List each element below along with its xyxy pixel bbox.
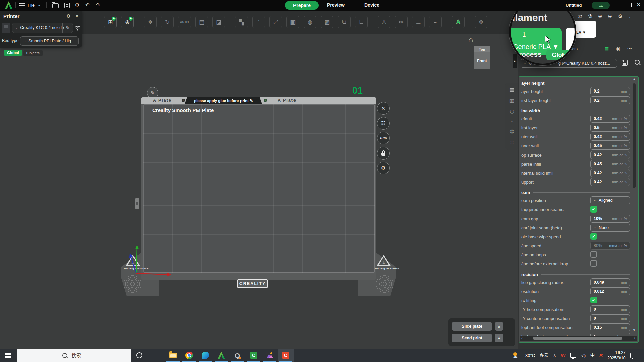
- category-cooling[interactable]: ❂: [510, 129, 514, 135]
- weather-icon[interactable]: ☁: [513, 352, 521, 358]
- save-icon[interactable]: [64, 3, 70, 8]
- file-explorer-taskbar-button[interactable]: [165, 349, 181, 362]
- recorder-app-taskbar-button[interactable]: C: [278, 349, 294, 362]
- ime-indicator[interactable]: 中: [590, 352, 595, 358]
- tab-device[interactable]: Device: [364, 2, 379, 8]
- param-checkbox[interactable]: ✓: [590, 297, 597, 303]
- param-input[interactable]: 10%mm or %: [590, 215, 630, 223]
- panel-collapse-handle[interactable]: ▸: [513, 54, 517, 68]
- add-filament-icon[interactable]: ⊕: [598, 13, 602, 19]
- q-app-taskbar-button[interactable]: Q: [229, 349, 246, 362]
- gallery-app-taskbar-button[interactable]: [262, 349, 278, 362]
- color-paint-button[interactable]: ◒: [429, 16, 442, 28]
- chrome-taskbar-button[interactable]: [181, 349, 197, 362]
- menu-icon[interactable]: [19, 3, 25, 7]
- lock-plate-button[interactable]: [377, 147, 390, 160]
- creality-print-taskbar-button[interactable]: [213, 349, 229, 362]
- cloud-upload-button[interactable]: ☁↑: [592, 2, 610, 9]
- printer-settings-icon[interactable]: ⚙: [66, 13, 71, 19]
- scroll-down-icon[interactable]: ∨: [632, 328, 636, 332]
- split-to-objects-button[interactable]: ▚: [235, 16, 248, 28]
- tab-prepare[interactable]: Prepare: [285, 1, 319, 10]
- param-input[interactable]: 0mm: [590, 314, 630, 322]
- move-button[interactable]: ✥: [144, 16, 157, 28]
- build-plate[interactable]: A Plate + please apply glue before print…: [141, 97, 376, 285]
- param-input[interactable]: 0.012mm: [590, 287, 630, 295]
- measure-button[interactable]: ∟: [355, 16, 368, 28]
- save-preset-icon[interactable]: [622, 60, 628, 66]
- settings-gear-icon[interactable]: ⚙: [75, 2, 79, 8]
- volume-icon[interactable]: ◁): [581, 353, 586, 358]
- taskbar-search[interactable]: 搜索: [17, 349, 131, 362]
- param-input[interactable]: 0.42mm or %: [590, 169, 630, 177]
- split-to-parts-button[interactable]: ⁘: [252, 16, 265, 28]
- sync-filament-icon[interactable]: ⇄: [578, 13, 582, 19]
- wifi-icon[interactable]: [74, 25, 81, 31]
- category-others[interactable]: ∷: [510, 139, 514, 145]
- horizontal-scrollbar[interactable]: ‹ ›: [520, 336, 637, 341]
- category-quality[interactable]: ☰: [509, 87, 514, 93]
- clock[interactable]: 16:27 2025/9/10: [607, 350, 625, 361]
- clone-button[interactable]: ⧉: [338, 16, 351, 28]
- slice-options-button[interactable]: ∧: [495, 322, 503, 331]
- start-button[interactable]: [5, 353, 11, 358]
- edge-browser-taskbar-button[interactable]: [197, 349, 213, 362]
- plate-tab-bar[interactable]: A Plate + please apply glue before print…: [141, 97, 376, 104]
- edit-printer-icon[interactable]: ✎: [62, 23, 73, 33]
- param-select[interactable]: ⌄None: [590, 224, 630, 232]
- search-params-icon[interactable]: [635, 60, 640, 65]
- send-options-button[interactable]: ∧: [495, 334, 503, 342]
- home-view-icon[interactable]: ⌂: [468, 35, 473, 44]
- category-strength[interactable]: ▦: [509, 98, 514, 104]
- param-input[interactable]: 0.42mm or %: [590, 151, 630, 159]
- task-view-button[interactable]: [153, 353, 158, 358]
- close-button[interactable]: ✕: [637, 2, 641, 7]
- green-c-app-taskbar-button[interactable]: C: [246, 349, 262, 362]
- scale-button[interactable]: ⤢: [269, 16, 282, 28]
- param-input[interactable]: 80%mm/s or %: [590, 242, 630, 250]
- add-plate-button[interactable]: ⊕+: [121, 16, 134, 28]
- combine-plates-button[interactable]: ❖: [475, 16, 487, 28]
- collapse-icon[interactable]: ⌄: [628, 14, 631, 19]
- param-input[interactable]: 0.45mm or %: [590, 160, 630, 168]
- param-checkbox[interactable]: [590, 260, 597, 267]
- param-input[interactable]: 0.5mm or %: [590, 124, 630, 132]
- wps-tray-icon[interactable]: W: [561, 353, 566, 358]
- action-center-icon[interactable]: [630, 353, 636, 358]
- undo-icon[interactable]: ↶: [85, 2, 90, 8]
- param-input[interactable]: 0.45mm or %: [590, 142, 630, 150]
- filament-settings-icon[interactable]: ⚙: [618, 13, 622, 19]
- vertical-scrollbar[interactable]: ∧ ∨: [632, 77, 636, 336]
- scroll-up-icon[interactable]: ∧: [632, 77, 636, 81]
- file-menu[interactable]: File: [28, 3, 35, 8]
- sogou-tray-icon[interactable]: S: [599, 353, 603, 358]
- plate-list-button[interactable]: ☷: [377, 117, 390, 130]
- weather-desc[interactable]: 多云: [540, 352, 548, 358]
- open-file-icon[interactable]: [52, 3, 59, 8]
- category-speed[interactable]: ◴: [509, 108, 514, 114]
- assembly-button[interactable]: ▣: [286, 16, 299, 28]
- close-plate-button[interactable]: ✕: [377, 102, 390, 115]
- view-cube-top[interactable]: Top: [474, 46, 490, 52]
- support-paint-button[interactable]: ♙: [378, 16, 390, 28]
- param-input[interactable]: 0mm: [590, 305, 630, 313]
- minimize-button[interactable]: —: [618, 1, 623, 7]
- restore-button[interactable]: [628, 3, 632, 7]
- seam-paint-button[interactable]: ☰: [412, 16, 425, 28]
- add-text-button[interactable]: A: [452, 16, 465, 28]
- view-cube-front[interactable]: Front: [474, 52, 490, 69]
- redo-icon[interactable]: ↷: [96, 2, 100, 8]
- param-input[interactable]: 0.42mm or %: [590, 178, 630, 186]
- arrange-button[interactable]: ▤: [195, 16, 208, 28]
- cortana-button[interactable]: [136, 352, 142, 358]
- send-print-button[interactable]: Send print: [452, 334, 492, 342]
- scroll-right-icon[interactable]: ›: [634, 336, 635, 340]
- auto-arrange-plate-button[interactable]: AUTO: [377, 132, 390, 144]
- param-checkbox[interactable]: ✓: [590, 233, 597, 240]
- category-support[interactable]: ⌂: [510, 119, 513, 124]
- param-select[interactable]: ⌄Aligned: [590, 196, 630, 204]
- collapse-panel-icon[interactable]: «: [76, 13, 78, 18]
- chevron-down-icon[interactable]: ⌄: [38, 3, 41, 7]
- scroll-left-icon[interactable]: ‹: [521, 336, 523, 340]
- preset-tag-icon[interactable]: ◉: [616, 46, 621, 52]
